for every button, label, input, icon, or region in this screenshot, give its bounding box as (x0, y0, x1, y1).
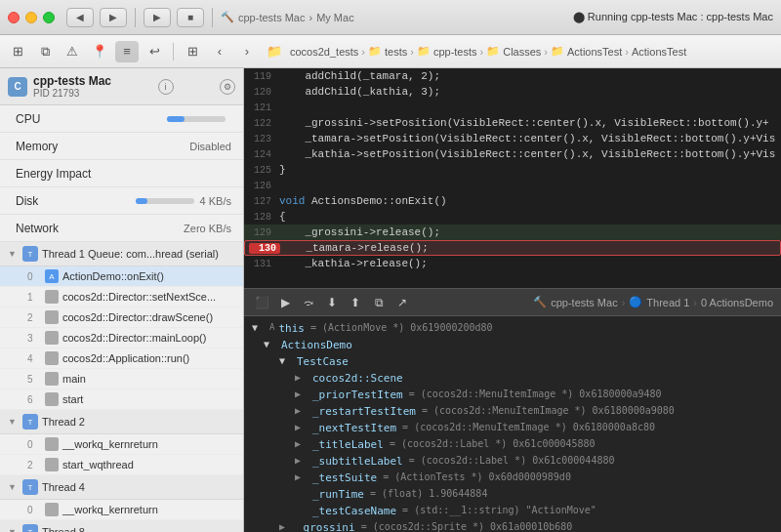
debug-this-type-icon: A (269, 322, 274, 332)
bc-4: Classes (503, 46, 541, 58)
debug-subtitle[interactable]: ▶ _subtitleLabel = (cocos2d::Label *) 0x… (244, 453, 781, 470)
debug-console-btn[interactable]: ⬛ (252, 293, 271, 312)
debug-share-btn[interactable]: ↗ (392, 293, 412, 312)
debug-bc-2: Thread 1 (646, 297, 689, 308)
line-content-125: } (279, 164, 286, 176)
line-content-131: _kathia->release(); (279, 258, 428, 269)
debug-grossini[interactable]: ▶ _grossini = (cocos2d::Sprite *) 0x61a0… (244, 519, 781, 532)
nav-btn[interactable]: ↩ (143, 41, 166, 62)
maximize-button[interactable] (43, 12, 55, 23)
line-content-129: _grossini->release(); (279, 226, 440, 238)
debug-step-out-btn[interactable]: ⬆ (346, 293, 365, 312)
debug-breakpoints-btn[interactable]: ⧉ (369, 293, 389, 312)
info-badge[interactable]: i (158, 79, 174, 95)
line-num-121: 121 (248, 102, 279, 113)
frame-1[interactable]: 1 cocos2d::Director::setNextSce... (0, 287, 243, 307)
frame-3-name: cocos2d::Director::mainLoop() (62, 332, 206, 344)
debug-next[interactable]: ▶ _nextTestItem = (cocos2d::MenuItemImag… (244, 420, 781, 436)
network-metric[interactable]: Network Zero KB/s (0, 215, 243, 242)
line-content-126 (279, 180, 286, 191)
thread-4-chevron: ▼ (8, 482, 17, 492)
line-124: 124 _kathia->setPosition(VisibleRect::ce… (244, 146, 781, 162)
thread-1-chevron: ▼ (8, 249, 17, 259)
t4-frame-0[interactable]: 0 __workq_kernreturn (0, 500, 243, 520)
frame-6-icon (45, 392, 59, 406)
location-btn[interactable]: 📍 (88, 41, 111, 62)
close-button[interactable] (8, 12, 20, 23)
debug-toolbar: ⬛ ▶ ⤼ ⬇ ⬆ ⧉ ↗ 🔨 cpp-tests Mac › 🔵 Thread… (244, 289, 781, 316)
debug-testcase-arrow: ▼ (279, 355, 293, 366)
debug-restart-arrow: ▶ (295, 405, 308, 416)
thread-2-header[interactable]: ▼ T Thread 2 (0, 410, 243, 434)
grid-btn2[interactable]: ⊞ (181, 41, 204, 62)
grid-btn[interactable]: ⊞ (6, 41, 29, 62)
disk-metric[interactable]: Disk 4 KB/s (0, 187, 243, 215)
line-num-127: 127 (248, 196, 279, 207)
thread-1-header[interactable]: ▼ T Thread 1 Queue: com...hread (serial) (0, 242, 243, 266)
debug-scene[interactable]: ▶ cocos2d::Scene (244, 370, 781, 387)
prev-btn[interactable]: ‹ (208, 41, 231, 62)
left-panel: C cpp-tests Mac PID 21793 i ⚙ CPU Memory… (0, 68, 244, 532)
memory-metric[interactable]: Memory Disabled (0, 133, 243, 160)
frame-3[interactable]: 3 cocos2d::Director::mainLoop() (0, 328, 243, 348)
debug-runtime[interactable]: _runTime = (float) 1.90644884 (244, 486, 781, 503)
thread-4-name: Thread 4 (42, 481, 239, 493)
debug-testcase[interactable]: ▼ TestCase (244, 353, 781, 370)
network-value: Zero KB/s (184, 223, 231, 234)
t2-frame-0[interactable]: 0 __workq_kernreturn (0, 434, 243, 455)
process-name: cpp-tests Mac (33, 74, 111, 88)
bc-folder3: 📁 (486, 45, 500, 58)
line-131: 131 _kathia->release(); (244, 256, 781, 271)
memory-value: Disabled (189, 141, 231, 152)
list-btn[interactable]: ≡ (115, 41, 139, 62)
line-num-128: 128 (248, 212, 279, 223)
debug-title[interactable]: ▶ _titleLabel = (cocos2d::Label *) 0x61c… (244, 436, 781, 453)
debug-prior[interactable]: ▶ _priorTestItem = (cocos2d::MenuItemIma… (244, 387, 781, 403)
debug-breadcrumb: 🔨 cpp-tests Mac › 🔵 Thread 1 › 0 Actions… (533, 296, 773, 308)
debug-step-into-btn[interactable]: ⬇ (322, 293, 342, 312)
minimize-button[interactable] (25, 12, 37, 23)
debug-bc-3: 0 ActionsDemo (701, 297, 773, 308)
thread-4-icon: T (22, 479, 38, 495)
cpu-metric[interactable]: CPU (0, 105, 243, 133)
disk-bar-container (136, 198, 194, 204)
debug-testsuite[interactable]: ▶ _testSuite = (ActionTests *) 0x60d0000… (244, 470, 781, 486)
debug-actdemо[interactable]: ▼ ActionsDemo (244, 337, 781, 353)
warning-btn[interactable]: ⚠ (61, 41, 84, 62)
separator-1 (135, 8, 136, 27)
line-120: 120 addChild(_kathia, 3); (244, 84, 781, 100)
settings-badge[interactable]: ⚙ (220, 79, 235, 95)
frame-4[interactable]: 4 cocos2d::Application::run() (0, 348, 243, 369)
frame-2[interactable]: 2 cocos2d::Director::drawScene() (0, 307, 243, 328)
next-btn[interactable]: › (235, 41, 259, 62)
frame-6[interactable]: 6 start (0, 389, 243, 410)
debug-title-key: _titleLabel (312, 438, 384, 451)
t2-frame-2-icon (45, 458, 59, 471)
debug-step-over-btn[interactable]: ⤼ (299, 293, 318, 312)
energy-metric[interactable]: Energy Impact (0, 160, 243, 187)
line-content-130: _tamara->release(); (280, 242, 429, 254)
back-button[interactable]: ◀ (66, 8, 94, 27)
t2-frame-2[interactable]: 2 start_wqthread (0, 455, 243, 475)
thread-4-header[interactable]: ▼ T Thread 4 (0, 475, 243, 500)
folder-icon: 📁 (263, 41, 286, 62)
debug-prior-type: = (cocos2d::MenuItemImage *) 0x6180000a9… (403, 389, 662, 399)
stop-button[interactable]: ■ (177, 8, 204, 27)
frame-0[interactable]: 0 A ActionDemo::onExit() (0, 266, 243, 287)
frame-5[interactable]: 5 main (0, 369, 243, 389)
debug-casename[interactable]: _testCaseName = (std::__1::string) "Acti… (244, 503, 781, 519)
copy-btn[interactable]: ⧉ (33, 41, 57, 62)
thread-1-icon: T (22, 246, 38, 262)
play-button[interactable]: ▶ (144, 8, 171, 27)
debug-this[interactable]: ▼ A this = (ActionMove *) 0x619000200d80 (244, 320, 781, 337)
debug-play-btn[interactable]: ▶ (275, 293, 295, 312)
debug-content: ▼ A this = (ActionMove *) 0x619000200d80… (244, 316, 781, 532)
thread-8-header[interactable]: ▼ T Thread 8 (0, 520, 243, 532)
debug-restart[interactable]: ▶ _restartTestItem = (cocos2d::MenuItemI… (244, 403, 781, 420)
process-icon: C (8, 77, 27, 97)
debug-subtitle-arrow: ▶ (295, 455, 308, 466)
debug-bc-icon2: 🔵 (629, 296, 642, 308)
process-pid: PID 21793 (33, 88, 111, 99)
forward-button[interactable]: ▶ (100, 8, 127, 27)
line-126: 126 (244, 178, 781, 193)
